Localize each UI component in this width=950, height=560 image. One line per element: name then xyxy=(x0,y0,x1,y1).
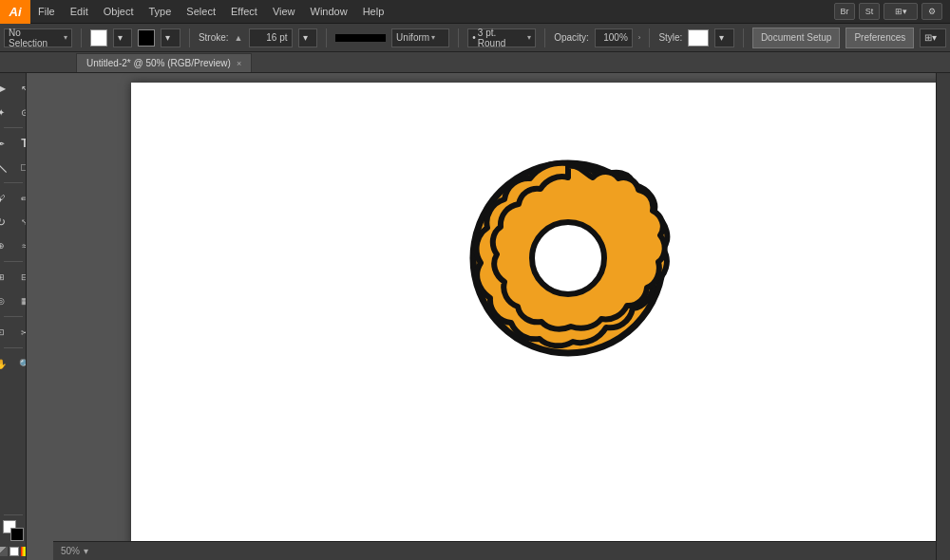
menu-window[interactable]: Window xyxy=(303,0,355,23)
paintbrush-tool[interactable]: 🖌 xyxy=(0,187,12,210)
tool-row-2: ✦ ⊙ xyxy=(0,101,27,123)
fill-type-dropdown[interactable]: ▾ xyxy=(113,28,133,47)
shape-builder-tool[interactable]: ⊞ xyxy=(0,266,12,289)
pencil-tool[interactable]: ✏ xyxy=(13,187,27,210)
stroke-unit-dropdown[interactable]: ▾ xyxy=(298,28,318,47)
divider-3 xyxy=(326,28,327,47)
type-tool[interactable]: T xyxy=(13,132,27,155)
fg-bg-swatches xyxy=(3,520,24,541)
style-swatch[interactable] xyxy=(688,29,709,47)
direct-selection-tool[interactable]: ↖ xyxy=(13,77,27,100)
warp-tool[interactable]: ≈ xyxy=(13,234,27,257)
gear-donut-icon xyxy=(464,149,673,367)
artboard xyxy=(131,83,936,548)
stroke-type-dropdown[interactable]: ▾ xyxy=(161,28,180,47)
symbol-tool[interactable]: ◎ xyxy=(0,289,12,312)
status-bar: 50% ▾ xyxy=(53,541,936,560)
menu-bar: Ai File Edit Object Type Select Effect V… xyxy=(0,0,950,24)
color-mode-icon[interactable] xyxy=(0,547,8,556)
stroke-label: Stroke: xyxy=(199,32,229,43)
toolbox: ▶ ↖ ✦ ⊙ ✒ T | □ 🖌 ✏ ↻ ⤡ ⊕ ≈ ⊞ xyxy=(0,73,27,560)
zoom-tool[interactable]: 🔍 xyxy=(13,352,27,375)
tool-row-6: ↻ ⤡ xyxy=(0,211,27,233)
perspective-tool[interactable]: ⊟ xyxy=(13,266,27,289)
tool-row-3: ✒ T xyxy=(0,132,27,155)
menu-effect[interactable]: Effect xyxy=(223,0,265,23)
opacity-input[interactable] xyxy=(595,28,633,47)
tool-separator-3 xyxy=(4,261,23,262)
workspace-switcher[interactable]: ⊞▾ xyxy=(884,3,918,20)
fill-swatch[interactable] xyxy=(90,29,107,47)
color-swatch-area xyxy=(0,512,27,560)
preferences-button[interactable]: Preferences xyxy=(846,28,914,48)
divider-5 xyxy=(544,28,545,47)
arrange-dropdown[interactable]: ⊞▾ xyxy=(920,28,946,47)
column-graph-tool[interactable]: ▦ xyxy=(13,289,27,312)
menu-view[interactable]: View xyxy=(265,0,303,23)
menu-edit[interactable]: Edit xyxy=(63,0,96,23)
menu-items: File Edit Object Type Select Effect View… xyxy=(30,0,391,23)
chevron-icon: ▾ xyxy=(64,33,67,42)
rotate-tool[interactable]: ↻ xyxy=(0,211,12,233)
dot-icon: • xyxy=(472,32,476,43)
slice-tool[interactable]: ✂ xyxy=(13,321,27,344)
style-label: Style: xyxy=(658,32,682,43)
tool-separator-1 xyxy=(4,127,23,128)
opacity-label: Opacity: xyxy=(554,32,589,43)
svg-point-1 xyxy=(532,222,604,294)
artboard-tool[interactable]: ⊡ xyxy=(0,321,12,344)
canvas-area: 50% ▾ xyxy=(27,73,936,560)
document-setup-button[interactable]: Document Setup xyxy=(752,28,841,48)
vertical-scrollbar[interactable] xyxy=(936,73,950,560)
divider-7 xyxy=(743,28,744,47)
lasso-tool[interactable]: ⊙ xyxy=(13,101,27,123)
app-icon[interactable]: ⚙ xyxy=(922,3,942,20)
chevron-3-icon: ▾ xyxy=(527,33,531,42)
stroke-value-input[interactable] xyxy=(249,28,293,47)
stock-icon[interactable]: St xyxy=(859,3,880,20)
menu-select[interactable]: Select xyxy=(179,0,223,23)
options-bar: No Selection ▾ ▾ ▾ Stroke: ▲ ▾ Uniform ▾… xyxy=(0,24,950,52)
gear-icon-container xyxy=(464,149,673,369)
tab-title: Untitled-2* @ 50% (RGB/Preview) xyxy=(86,58,231,68)
selection-label-dropdown[interactable]: No Selection ▾ xyxy=(4,28,72,47)
tool-row-7: ⊕ ≈ xyxy=(0,234,27,257)
cap-style-dropdown[interactable]: • 3 pt. Round ▾ xyxy=(467,28,536,47)
width-tool[interactable]: ⊕ xyxy=(0,234,12,257)
none-mode-icon[interactable] xyxy=(10,547,19,556)
stroke-swatch[interactable] xyxy=(138,29,155,47)
status-arrow[interactable]: ▾ xyxy=(84,546,88,556)
tool-row-9: ◎ ▦ xyxy=(0,289,27,312)
bridge-icon[interactable]: Br xyxy=(834,3,855,20)
mode-icons xyxy=(0,547,27,556)
menu-right-icons: Br St ⊞▾ ⚙ xyxy=(834,3,950,20)
tool-row-1: ▶ ↖ xyxy=(0,77,27,100)
menu-help[interactable]: Help xyxy=(355,0,392,23)
opacity-expand-icon[interactable]: › xyxy=(638,33,641,42)
magic-wand-tool[interactable]: ✦ xyxy=(0,101,12,123)
menu-type[interactable]: Type xyxy=(142,0,180,23)
tool-separator-4 xyxy=(4,316,23,317)
tab-close-button[interactable]: × xyxy=(237,59,241,68)
zoom-level: 50% xyxy=(61,546,80,556)
tool-row-5: 🖌 ✏ xyxy=(0,187,27,210)
style-dropdown[interactable]: ▾ xyxy=(714,28,734,47)
divider-4 xyxy=(458,28,459,47)
stroke-up-arrow[interactable]: ▲ xyxy=(235,33,243,43)
divider-6 xyxy=(649,28,650,47)
divider-1 xyxy=(81,28,82,47)
hand-tool[interactable]: ✋ xyxy=(0,352,12,375)
document-tab[interactable]: Untitled-2* @ 50% (RGB/Preview) × xyxy=(76,53,252,72)
tool-separator-5 xyxy=(4,347,23,348)
menu-file[interactable]: File xyxy=(30,0,63,23)
selection-tool[interactable]: ▶ xyxy=(0,77,12,100)
menu-object[interactable]: Object xyxy=(96,0,142,23)
tool-row-8: ⊞ ⊟ xyxy=(0,266,27,289)
scale-tool[interactable]: ⤡ xyxy=(13,211,27,233)
background-swatch[interactable] xyxy=(10,528,24,541)
stroke-preview xyxy=(335,34,386,42)
stroke-style-dropdown[interactable]: Uniform ▾ xyxy=(391,28,449,47)
tool-row-4: | □ xyxy=(0,156,27,178)
tab-bar: Untitled-2* @ 50% (RGB/Preview) × xyxy=(0,52,950,73)
tool-row-10: ⊡ ✂ xyxy=(0,321,27,344)
